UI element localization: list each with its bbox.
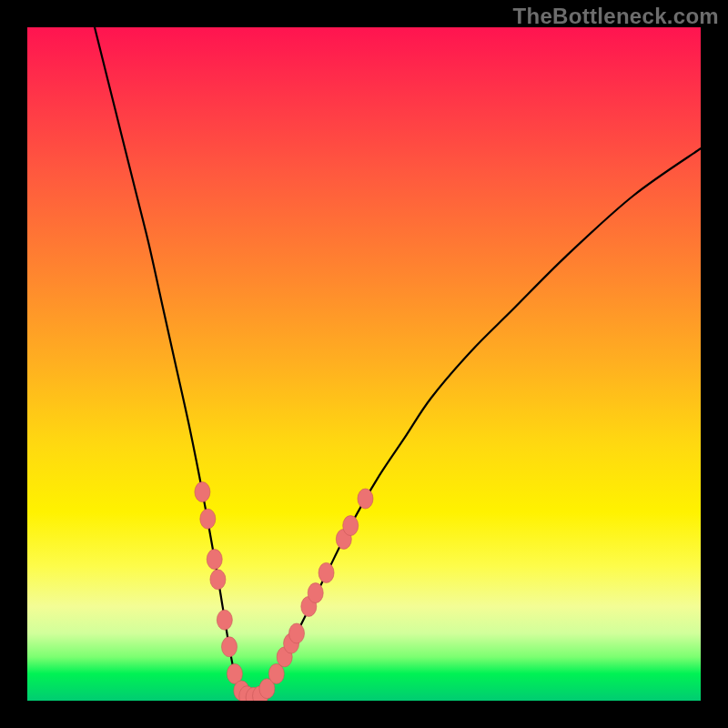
marker-dot xyxy=(268,663,284,683)
marker-dot xyxy=(318,562,334,582)
bottleneck-curve xyxy=(95,27,701,698)
watermark-text: TheBottleneck.com xyxy=(513,4,719,29)
marker-dot xyxy=(358,489,373,509)
marker-dot xyxy=(217,610,232,630)
plot-area xyxy=(27,27,701,701)
marker-dot xyxy=(207,550,222,570)
chart-frame: TheBottleneck.com xyxy=(0,0,728,728)
curve-svg xyxy=(27,27,701,701)
marker-dot xyxy=(195,482,210,502)
marker-dot xyxy=(200,509,216,529)
marker-dot xyxy=(222,637,238,657)
marker-dot xyxy=(289,623,305,643)
highlight-dots xyxy=(195,482,373,701)
marker-dot xyxy=(210,570,226,590)
marker-dot xyxy=(308,583,323,603)
marker-dot xyxy=(343,516,359,536)
